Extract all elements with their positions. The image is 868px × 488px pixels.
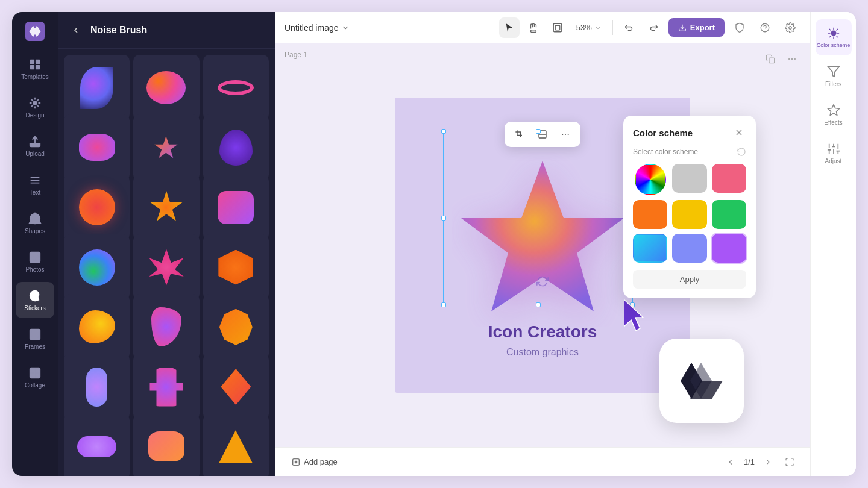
- svg-point-12: [36, 293, 37, 295]
- sticker-item-1[interactable]: [64, 55, 130, 120]
- app-logo[interactable]: [23, 19, 47, 43]
- svg-point-26: [788, 58, 790, 60]
- floating-toolbar: [505, 122, 580, 147]
- sidebar-item-shapes[interactable]: Shapes: [16, 205, 54, 241]
- canva-logo-overlay: [659, 339, 744, 423]
- right-panel: Color scheme Filters Effects Adjust: [810, 12, 856, 476]
- right-panel-filters-label: Filters: [825, 81, 841, 87]
- sidebar-item-photos[interactable]: Photos: [16, 243, 54, 280]
- svg-rect-20: [555, 25, 560, 30]
- handle-bl[interactable]: [441, 302, 446, 307]
- page-indicator: 1/1: [744, 457, 755, 466]
- cs-subtitle: Select color scheme: [633, 147, 746, 157]
- page-prev-button[interactable]: [722, 454, 739, 471]
- swatch-gray[interactable]: [672, 164, 706, 193]
- shield-icon[interactable]: [729, 17, 750, 38]
- sidebar-item-collage[interactable]: Collage: [16, 359, 54, 395]
- svg-rect-1: [30, 59, 34, 63]
- inner-wrapper: Templates Design Upload Text Shapes Phot: [12, 12, 856, 476]
- canvas-content: Page 1: [275, 43, 810, 447]
- add-page-button[interactable]: Add page: [287, 455, 342, 469]
- panel-back-button[interactable]: [68, 22, 84, 39]
- sticker-item-11[interactable]: [133, 234, 199, 300]
- sticker-item-2[interactable]: [133, 55, 199, 120]
- sticker-item-3[interactable]: [203, 55, 269, 120]
- sticker-item-6[interactable]: [203, 114, 269, 180]
- svg-marker-42: [828, 104, 838, 114]
- sticker-item-8[interactable]: [133, 175, 199, 240]
- sticker-item-20[interactable]: [133, 414, 199, 476]
- export-button[interactable]: Export: [668, 18, 725, 37]
- swatch-rainbow[interactable]: [635, 164, 666, 195]
- redo-button[interactable]: [643, 17, 664, 38]
- swatch-green[interactable]: [712, 200, 746, 229]
- swatch-pink[interactable]: [712, 164, 746, 193]
- right-panel-effects-label: Effects: [824, 119, 842, 126]
- panel-title: Noise Brush: [90, 25, 147, 36]
- select-tool-button[interactable]: [499, 17, 520, 38]
- sidebar-item-stickers-label: Stickers: [24, 305, 46, 311]
- fullscreen-icon[interactable]: [781, 454, 798, 471]
- sticker-item-5[interactable]: ★: [133, 114, 199, 180]
- file-name[interactable]: Untitled image: [285, 23, 350, 33]
- sticker-item-21[interactable]: [203, 414, 269, 476]
- hand-tool-button[interactable]: [523, 17, 544, 38]
- flip-button[interactable]: [533, 125, 552, 143]
- toolbar-center: 53%: [499, 17, 664, 38]
- sidebar-item-stickers[interactable]: Stickers: [16, 282, 54, 318]
- page-next-button[interactable]: [760, 454, 776, 471]
- cs-apply-button[interactable]: Apply: [633, 270, 746, 289]
- cs-close-button[interactable]: [732, 125, 746, 140]
- svg-rect-2: [36, 59, 40, 63]
- sticker-item-19[interactable]: [64, 414, 130, 476]
- right-panel-filters[interactable]: Filters: [816, 58, 852, 94]
- help-icon[interactable]: [755, 17, 775, 38]
- sticker-item-14[interactable]: [133, 294, 199, 360]
- sticker-item-16[interactable]: [64, 354, 130, 419]
- sidebar-item-upload[interactable]: Upload: [16, 128, 54, 164]
- sticker-item-10[interactable]: [64, 234, 130, 300]
- swatch-orange[interactable]: [633, 200, 667, 229]
- sidebar-item-frames-label: Frames: [25, 343, 45, 350]
- sidebar-item-design[interactable]: Design: [16, 89, 54, 125]
- svg-point-5: [33, 101, 37, 105]
- more-options-button[interactable]: [556, 125, 574, 143]
- sticker-item-7[interactable]: [64, 175, 130, 240]
- undo-button[interactable]: [619, 17, 640, 38]
- sticker-item-9[interactable]: [203, 175, 269, 240]
- sticker-item-12[interactable]: [203, 234, 269, 300]
- swatch-blue[interactable]: [672, 234, 706, 263]
- swatch-yellow[interactable]: [672, 200, 706, 229]
- right-panel-adjust[interactable]: Adjust: [816, 135, 852, 171]
- canvas-bottom: Add page 1/1: [275, 447, 810, 476]
- right-panel-color-scheme[interactable]: Color scheme: [816, 19, 852, 55]
- swatch-cyan[interactable]: [633, 234, 667, 263]
- sticker-item-15[interactable]: [203, 294, 269, 360]
- sidebar-item-text[interactable]: Text: [16, 166, 54, 202]
- sticker-item-17[interactable]: [133, 354, 199, 419]
- canvas-more-icon[interactable]: [784, 51, 800, 67]
- canvas-options: [762, 51, 800, 67]
- sync-icon: [536, 275, 549, 290]
- sidebar-item-templates[interactable]: Templates: [16, 51, 54, 87]
- settings-icon[interactable]: [780, 17, 800, 38]
- sticker-item-18[interactable]: [203, 354, 269, 419]
- frame-tool-button[interactable]: [547, 17, 568, 38]
- cs-title: Color scheme: [633, 128, 693, 138]
- sidebar-nav: Templates Design Upload Text Shapes Phot: [12, 12, 58, 476]
- sidebar-item-frames[interactable]: Frames: [16, 321, 54, 357]
- handle-tl[interactable]: [441, 129, 446, 134]
- sidebar-item-templates-label: Templates: [21, 74, 49, 80]
- crop-button[interactable]: [511, 125, 529, 143]
- sticker-item-4[interactable]: [64, 114, 130, 180]
- swatch-purple[interactable]: [712, 234, 746, 263]
- zoom-control[interactable]: 53%: [571, 20, 606, 34]
- page-nav: 1/1: [722, 454, 798, 471]
- handle-ml[interactable]: [441, 216, 446, 221]
- svg-rect-18: [530, 30, 536, 32]
- canvas-copy-icon[interactable]: [762, 51, 779, 67]
- right-panel-effects[interactable]: Effects: [816, 96, 852, 133]
- toolbar-divider: [612, 20, 613, 35]
- sticker-panel: Noise Brush ★: [58, 12, 275, 476]
- sticker-item-13[interactable]: [64, 294, 130, 360]
